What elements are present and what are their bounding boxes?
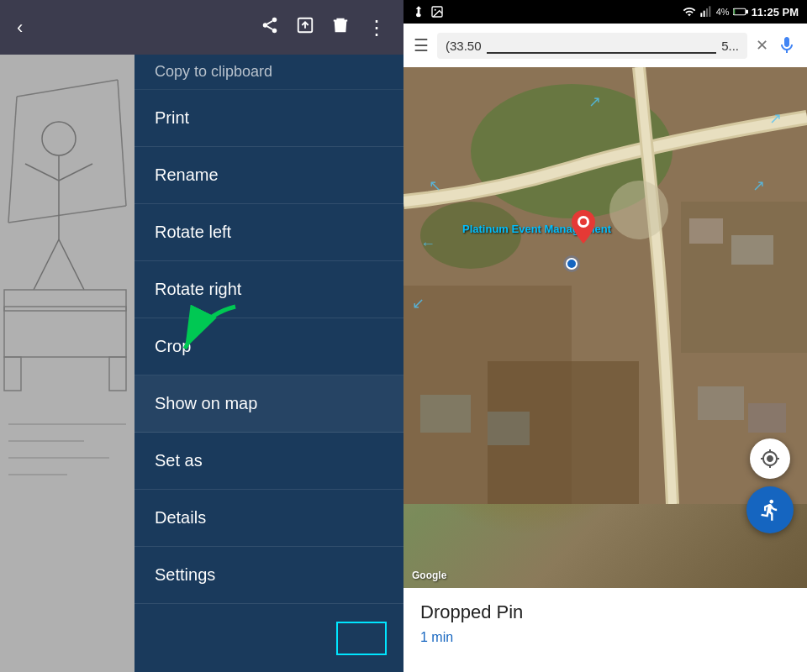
back-button[interactable]: ‹ xyxy=(10,10,29,45)
svg-line-6 xyxy=(25,164,59,181)
current-location-dot xyxy=(562,254,582,277)
battery-level: 4% xyxy=(716,7,730,17)
walking-fab-button[interactable] xyxy=(746,486,794,533)
delete-icon[interactable] xyxy=(323,9,358,45)
svg-rect-42 xyxy=(731,235,773,265)
map-area[interactable]: ↗ ↗ ↖ ← ↗ ↙ Platinum Event Management xyxy=(404,67,807,588)
search-input[interactable]: (33.50 5... xyxy=(437,33,747,59)
svg-rect-13 xyxy=(109,357,126,391)
search-suffix: 5... xyxy=(721,39,739,53)
location-pin-red xyxy=(572,210,595,247)
usb-icon xyxy=(412,5,425,18)
toolbar: ‹ ⋮ xyxy=(0,0,404,55)
google-watermark: Google xyxy=(412,570,446,581)
share-icon[interactable] xyxy=(252,9,287,45)
svg-rect-46 xyxy=(488,412,530,445)
svg-line-9 xyxy=(59,239,84,290)
map-arrow-w: ← xyxy=(420,235,435,253)
dropped-pin-title: Dropped Pin xyxy=(420,601,790,623)
svg-line-1 xyxy=(118,80,126,206)
bottom-info-panel: Dropped Pin 1 min xyxy=(404,588,807,672)
search-underline xyxy=(487,38,717,54)
search-text: (33.50 xyxy=(446,39,482,53)
map-roads xyxy=(404,67,807,504)
svg-rect-34 xyxy=(746,10,748,14)
status-time: 11:25 PM xyxy=(752,6,799,18)
status-bar: 4% 11:25 PM xyxy=(404,0,807,24)
svg-line-22 xyxy=(267,21,272,24)
svg-rect-44 xyxy=(748,403,786,433)
location-fab-button[interactable] xyxy=(750,438,790,479)
menu-item-set-as[interactable]: Set as xyxy=(134,433,404,490)
more-options-icon[interactable]: ⋮ xyxy=(358,9,393,46)
image-icon xyxy=(430,5,444,18)
dropped-pin-time: 1 min xyxy=(420,630,790,645)
right-panel: 4% 11:25 PM ☰ (33.50 5... ✕ xyxy=(404,0,807,672)
svg-rect-29 xyxy=(703,11,704,17)
menu-item-details[interactable]: Details xyxy=(134,490,404,547)
context-menu: Copy to clipboard Print Rename Rotate le… xyxy=(134,55,404,672)
svg-point-37 xyxy=(420,202,521,269)
menu-item-rotate-right[interactable]: Rotate right xyxy=(134,261,404,318)
svg-rect-31 xyxy=(709,6,710,17)
status-right-info: 4% 11:25 PM xyxy=(683,5,799,18)
menu-item-rotate-left[interactable]: Rotate left xyxy=(134,204,404,261)
svg-line-7 xyxy=(59,164,92,181)
svg-line-2 xyxy=(8,97,17,223)
edit-icon[interactable] xyxy=(287,9,323,45)
svg-point-27 xyxy=(435,9,436,11)
svg-rect-30 xyxy=(706,8,708,17)
map-arrow-ne: ↗ xyxy=(588,92,601,111)
left-panel: ‹ ⋮ xyxy=(0,0,404,672)
svg-rect-41 xyxy=(689,218,723,244)
hamburger-menu-icon[interactable]: ☰ xyxy=(414,35,429,55)
menu-item-crop[interactable]: Crop xyxy=(134,318,404,375)
map-satellite-view: ↗ ↗ ↖ ← ↗ ↙ Platinum Event Management xyxy=(404,67,807,588)
menu-item-print[interactable]: Print xyxy=(134,90,404,147)
map-arrow-ne2: ↗ xyxy=(769,109,782,128)
svg-point-47 xyxy=(609,181,668,239)
map-arrow-e: ↗ xyxy=(752,176,765,195)
map-arrow-nw: ↖ xyxy=(429,176,441,195)
svg-line-8 xyxy=(34,239,59,290)
wifi-icon xyxy=(683,5,696,18)
svg-point-19 xyxy=(263,23,268,28)
svg-point-4 xyxy=(42,122,76,155)
svg-rect-43 xyxy=(698,386,744,420)
svg-rect-45 xyxy=(420,395,471,433)
svg-rect-28 xyxy=(700,13,702,17)
svg-rect-10 xyxy=(4,307,126,357)
battery-icon xyxy=(733,7,748,17)
selection-rectangle xyxy=(336,622,387,655)
signal-icon xyxy=(699,5,713,18)
status-left-icons xyxy=(412,5,444,18)
svg-rect-12 xyxy=(4,357,21,391)
svg-rect-33 xyxy=(733,9,735,14)
svg-line-0 xyxy=(17,80,118,97)
svg-point-51 xyxy=(567,259,577,269)
svg-rect-11 xyxy=(4,290,126,311)
svg-line-21 xyxy=(267,26,272,29)
menu-item-show-on-map[interactable]: Show on map xyxy=(134,375,404,433)
search-clear-icon[interactable]: ✕ xyxy=(756,36,768,55)
svg-point-18 xyxy=(272,18,277,23)
search-bar: ☰ (33.50 5... ✕ xyxy=(404,24,807,67)
svg-point-49 xyxy=(580,218,587,225)
menu-item-copy-to-clipboard[interactable]: Copy to clipboard xyxy=(134,55,404,90)
menu-item-rename[interactable]: Rename xyxy=(134,147,404,204)
svg-point-20 xyxy=(272,29,277,33)
mic-icon[interactable] xyxy=(777,35,797,55)
menu-item-settings[interactable]: Settings xyxy=(134,547,404,604)
map-arrow-sw: ↙ xyxy=(412,294,425,312)
svg-line-3 xyxy=(8,206,126,223)
